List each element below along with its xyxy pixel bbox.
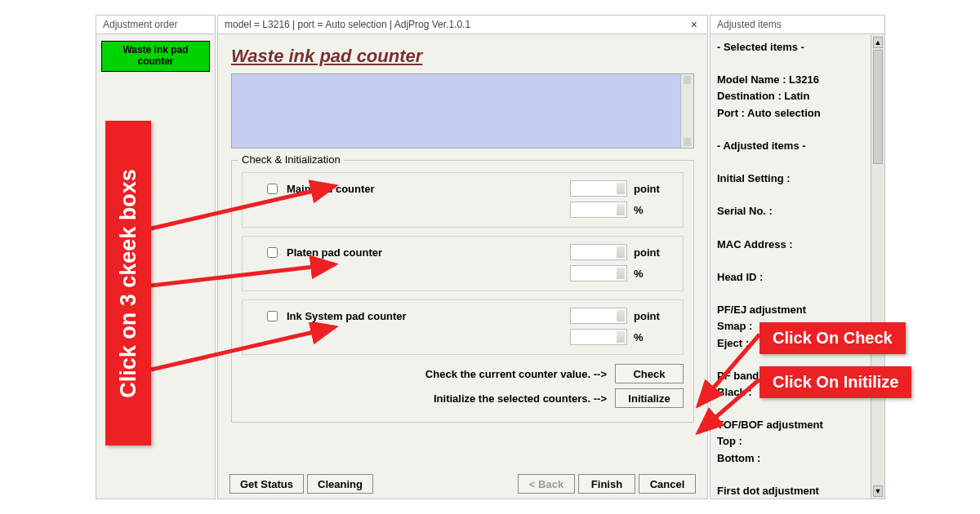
info-line: Destination : Latin	[717, 88, 878, 104]
scroll-up-icon[interactable]: ▲	[873, 37, 883, 48]
info-line	[717, 55, 878, 72]
fieldset-legend: Check & Initialization	[238, 153, 344, 166]
info-line: Initial Setting :	[717, 171, 878, 187]
info-line: - Adjusted items -	[717, 138, 878, 154]
close-icon[interactable]: ×	[688, 18, 701, 31]
dialog-title: model = L3216 | port = Auto selection | …	[225, 19, 470, 30]
counter-label: Ink System pad counter	[287, 310, 564, 322]
log-scrollbar[interactable]	[680, 74, 693, 148]
platen-pad-point-input[interactable]	[570, 244, 627, 260]
platen-pad-checkbox[interactable]	[267, 247, 278, 258]
info-line	[717, 253, 878, 269]
info-line	[717, 467, 878, 483]
callout-checkboxes: Click on 3 ckeek boxs	[105, 121, 151, 445]
left-panel-title: Adjustment order	[96, 16, 215, 34]
counter-box: Ink System pad counter point %	[242, 299, 684, 355]
ink-system-pad-point-input[interactable]	[570, 308, 627, 324]
info-line	[717, 122, 878, 138]
log-textarea[interactable]	[231, 73, 694, 148]
main-dialog: model = L3216 | port = Auto selection | …	[217, 15, 708, 499]
unit-label: %	[634, 204, 675, 216]
info-line: Model Name : L3216	[717, 72, 878, 88]
info-line: Head ID :	[717, 269, 878, 286]
main-pad-percent-input[interactable]	[570, 202, 627, 218]
scroll-down-icon[interactable]: ▼	[873, 485, 883, 497]
cancel-button[interactable]: Cancel	[639, 474, 696, 494]
info-line	[717, 154, 878, 171]
init-desc: Initialize the selected counters. -->	[434, 392, 607, 405]
unit-label: point	[634, 246, 675, 259]
counter-label: Main pad counter	[287, 183, 564, 195]
ink-system-pad-percent-input[interactable]	[570, 329, 627, 345]
info-line: First dot adjustment	[717, 483, 878, 498]
counter-box: Platen pad counter point %	[242, 236, 684, 291]
info-line: TOF/BOF adjustment	[717, 417, 878, 433]
callout-initialize: Click On Initilize	[760, 366, 911, 398]
callout-check: Click On Check	[760, 322, 906, 354]
adjusted-items-panel: Adjusted items - Selected items - Model …	[710, 15, 885, 499]
get-status-button[interactable]: Get Status	[229, 474, 304, 494]
check-init-fieldset: Check & Initialization Main pad counter …	[231, 160, 694, 423]
info-line: Top :	[717, 433, 878, 450]
ink-system-pad-checkbox[interactable]	[267, 311, 278, 321]
unit-label: %	[634, 331, 675, 343]
counter-box: Main pad counter point %	[242, 172, 684, 228]
info-line: MAC Address :	[717, 237, 878, 253]
right-panel-title: Adjusted items	[710, 16, 884, 34]
check-button[interactable]: Check	[615, 364, 684, 383]
info-line	[717, 187, 878, 203]
info-line: - Selected items -	[717, 39, 878, 55]
finish-button[interactable]: Finish	[578, 474, 635, 494]
counter-label: Platen pad counter	[287, 246, 564, 259]
info-line: Serial No. :	[717, 203, 878, 219]
check-desc: Check the current counter value. -->	[425, 368, 607, 380]
back-button[interactable]: < Back	[518, 474, 575, 494]
info-line	[717, 286, 878, 302]
scroll-thumb[interactable]	[873, 50, 883, 164]
info-line: PF/EJ adjustment	[717, 302, 878, 318]
info-line	[717, 220, 878, 237]
main-pad-checkbox[interactable]	[267, 184, 278, 194]
right-scrollbar[interactable]: ▲ ▼	[871, 35, 884, 498]
adjusted-items-list: - Selected items - Model Name : L3216Des…	[710, 34, 884, 498]
info-line	[717, 401, 878, 417]
page-heading: Waste ink pad counter	[231, 46, 694, 67]
cleaning-button[interactable]: Cleaning	[307, 474, 373, 494]
info-line: Bottom :	[717, 450, 878, 467]
platen-pad-percent-input[interactable]	[570, 265, 627, 281]
main-pad-point-input[interactable]	[570, 180, 627, 197]
initialize-button[interactable]: Initialize	[615, 388, 684, 408]
unit-label: %	[634, 268, 675, 280]
waste-ink-pad-counter-button[interactable]: Waste ink pad counter	[101, 41, 210, 72]
unit-label: point	[634, 183, 675, 195]
unit-label: point	[634, 310, 675, 322]
info-line: Port : Auto selection	[717, 105, 878, 122]
